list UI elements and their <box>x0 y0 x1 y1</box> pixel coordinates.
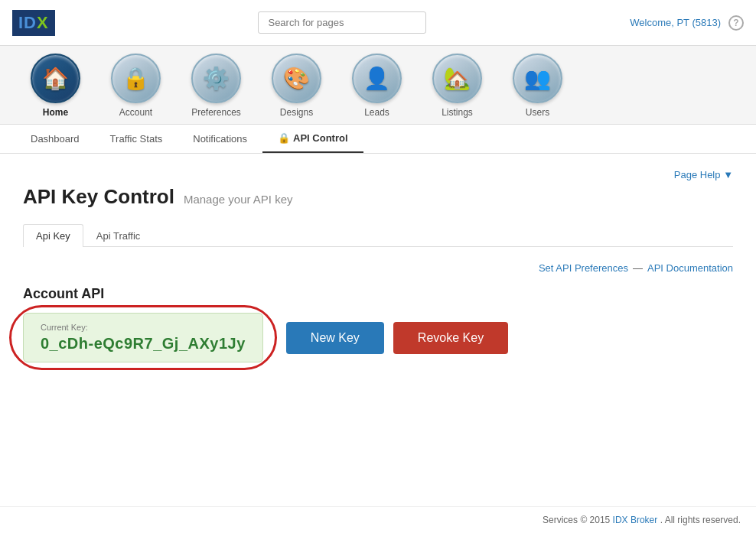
nav-icons: 🏠 Home 🔒 Account ⚙️ Preferences 🎨 Design… <box>0 46 756 125</box>
nav-item-users[interactable]: 👥 Users <box>497 54 578 124</box>
nav-label-users: Users <box>526 107 549 118</box>
page-title: API Key Control <box>23 185 174 209</box>
sub-nav: Dashboard Traffic Stats Notifications 🔒A… <box>0 125 756 154</box>
logo: IDX <box>12 10 55 36</box>
content-tabs: Api Key Api Traffic <box>23 224 733 247</box>
logo-x: X <box>37 13 49 32</box>
account-api-title: Account API <box>23 286 733 302</box>
home-icon: 🏠 <box>42 66 69 91</box>
nav-item-preferences[interactable]: ⚙️ Preferences <box>176 54 256 124</box>
sub-nav-traffic-stats[interactable]: Traffic Stats <box>95 125 178 152</box>
leads-icon: 👤 <box>363 66 390 91</box>
header: IDX Welcome, PT (5813) ? <box>0 0 756 46</box>
designs-icon-circle: 🎨 <box>272 54 321 103</box>
api-lock-icon: 🔒 <box>278 132 290 144</box>
users-icon-circle: 👥 <box>513 54 562 103</box>
footer-text: Services © 2015 <box>543 515 610 525</box>
account-api-section: Account API Current Key: 0_cDh-eQc9R7_Gj… <box>23 286 733 362</box>
nav-label-leads: Leads <box>364 107 389 118</box>
logo-id: ID <box>18 13 37 32</box>
logo-box: IDX <box>12 10 55 36</box>
current-key-box: Current Key: 0_cDh-eQc9R7_Gj_AXy1Jy <box>23 313 263 362</box>
sub-nav-api-control[interactable]: 🔒API Control <box>262 125 363 153</box>
page-help-row: Page Help ▼ <box>23 169 733 180</box>
help-icon[interactable]: ? <box>728 15 744 31</box>
nav-label-home: Home <box>43 107 68 118</box>
nav-label-preferences: Preferences <box>191 107 241 118</box>
nav-label-account: Account <box>119 107 152 118</box>
key-section: Current Key: 0_cDh-eQc9R7_Gj_AXy1Jy New … <box>23 313 733 362</box>
tab-api-key[interactable]: Api Key <box>23 224 83 247</box>
footer: Services © 2015 IDX Broker . All rights … <box>0 506 756 533</box>
nav-item-home[interactable]: 🏠 Home <box>15 54 96 124</box>
nav-item-listings[interactable]: 🏡 Listings <box>417 54 497 124</box>
leads-icon-circle: 👤 <box>352 54 402 103</box>
header-right: Welcome, PT (5813) ? <box>630 15 744 31</box>
page-title-row: API Key Control Manage your API key <box>23 185 733 209</box>
nav-item-leads[interactable]: 👤 Leads <box>337 54 417 124</box>
sub-nav-notifications[interactable]: Notifications <box>178 125 262 152</box>
home-icon-circle: 🏠 <box>31 54 80 103</box>
listings-icon: 🏡 <box>444 66 471 91</box>
nav-item-designs[interactable]: 🎨 Designs <box>256 54 337 124</box>
tab-api-traffic[interactable]: Api Traffic <box>83 224 154 247</box>
main-content: Page Help ▼ API Key Control Manage your … <box>0 154 756 378</box>
api-documentation-link[interactable]: API Documentation <box>647 262 733 274</box>
page-help-link[interactable]: Page Help ▼ <box>674 169 733 180</box>
search-input[interactable] <box>258 11 426 34</box>
preferences-icon-circle: ⚙️ <box>191 54 241 103</box>
page-subtitle: Manage your API key <box>184 193 293 206</box>
nav-label-listings: Listings <box>442 107 473 118</box>
account-icon: 🔒 <box>122 66 149 91</box>
key-box-wrapper: Current Key: 0_cDh-eQc9R7_Gj_AXy1Jy <box>23 313 263 362</box>
nav-item-account[interactable]: 🔒 Account <box>96 54 176 124</box>
api-links-row: Set API Preferences — API Documentation <box>23 262 733 274</box>
sub-nav-dashboard[interactable]: Dashboard <box>15 125 95 152</box>
account-icon-circle: 🔒 <box>111 54 161 103</box>
revoke-key-button[interactable]: Revoke Key <box>393 322 508 354</box>
nav-label-designs: Designs <box>280 107 313 118</box>
users-icon: 👥 <box>524 66 551 91</box>
current-key-value: 0_cDh-eQc9R7_Gj_AXy1Jy <box>41 335 246 353</box>
listings-icon-circle: 🏡 <box>432 54 482 103</box>
new-key-button[interactable]: New Key <box>286 322 384 354</box>
separator: — <box>633 262 643 274</box>
designs-icon: 🎨 <box>283 66 310 91</box>
footer-suffix: . All rights reserved. <box>660 515 741 525</box>
set-api-preferences-link[interactable]: Set API Preferences <box>539 262 628 274</box>
footer-brand-link[interactable]: IDX Broker <box>613 515 658 525</box>
welcome-link[interactable]: Welcome, PT (5813) <box>630 17 721 28</box>
search-bar[interactable] <box>258 11 426 34</box>
key-buttons: New Key Revoke Key <box>286 322 508 354</box>
preferences-icon: ⚙️ <box>203 66 230 91</box>
current-key-label: Current Key: <box>41 323 246 332</box>
